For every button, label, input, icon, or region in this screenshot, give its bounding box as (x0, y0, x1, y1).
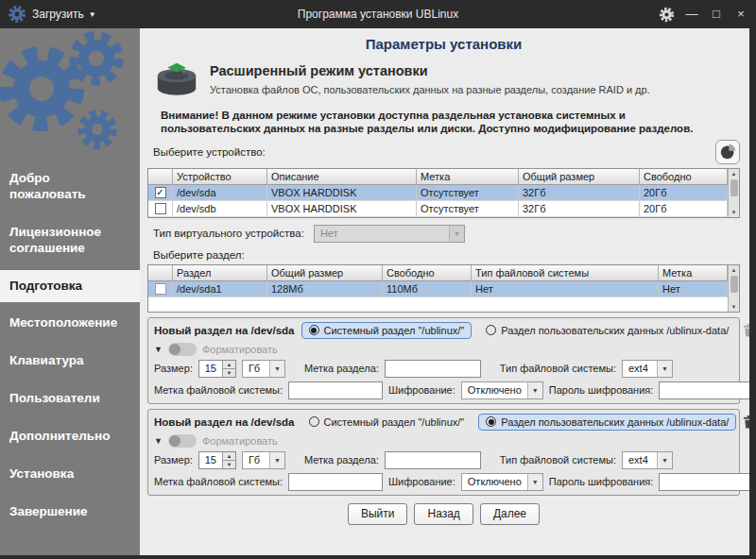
partition-table-empty-area (148, 297, 728, 312)
format-toggle[interactable] (168, 343, 197, 356)
partition-col-total: Общий размер (267, 265, 383, 281)
size-label: Размер: (154, 363, 193, 374)
scroll-up-icon[interactable]: ▲ (731, 169, 737, 178)
device-row-label[interactable]: Отсутствует (417, 201, 519, 217)
partition-col-label: Метка (659, 265, 728, 281)
format-label: Форматировать (202, 344, 278, 355)
close-button[interactable]: × (733, 7, 748, 22)
encryption-select[interactable]: Отключено ▼ (461, 381, 543, 399)
sidebar-item-license[interactable]: Лицензионное соглашение (0, 216, 140, 265)
partition-row-total[interactable]: 128Мб (267, 281, 383, 297)
fstype-select[interactable]: ext4 ▼ (622, 360, 673, 378)
partition-row-checkbox[interactable] (148, 281, 173, 297)
device-row-checkbox[interactable] (148, 201, 173, 217)
partition-row-free[interactable]: 110Мб (383, 281, 472, 297)
radio-system-partition[interactable]: Системный раздел "/ublinux/" (301, 322, 472, 339)
partition-row-name[interactable]: /dev/sda1 (173, 281, 267, 297)
scrollbar-thumb[interactable] (730, 276, 738, 293)
size-stepper[interactable]: 15 ▲▼ (198, 360, 236, 378)
partition-row-label[interactable]: Нет (659, 281, 728, 297)
scroll-down-icon[interactable]: ▼ (731, 208, 737, 217)
device-row-label[interactable]: Отсутствует (417, 185, 519, 201)
chevron-down-icon: ▼ (657, 361, 672, 377)
main-content: Параметры установки Расширенный режим ус… (140, 28, 749, 555)
radio-system-partition[interactable]: Системный раздел "/ublinux/" (301, 414, 472, 431)
disk-usage-chart-button[interactable] (715, 140, 740, 164)
radio-data-partition[interactable]: Раздел пользовательских данных /ublinux-… (478, 322, 736, 339)
next-button[interactable]: Далее (480, 503, 540, 525)
format-label: Форматировать (202, 435, 278, 447)
mode-header: Расширенный режим установки Установка фа… (153, 59, 742, 99)
footer-buttons: Выйти Назад Далее (146, 503, 742, 525)
encryption-password-input[interactable] (659, 473, 749, 491)
delete-partition-button[interactable] (743, 321, 749, 340)
collapse-panel-icon[interactable]: ▼ (154, 436, 163, 446)
mode-title: Расширенный режим установки (210, 63, 650, 78)
partition-col-fstype: Тип файловой системы (472, 265, 659, 281)
encryption-select[interactable]: Отключено ▼ (461, 473, 543, 491)
delete-partition-button[interactable] (743, 413, 749, 432)
load-button[interactable]: Загрузить ▼ (32, 8, 96, 21)
scrollbar-thumb[interactable] (730, 179, 738, 196)
partition-label-input[interactable] (385, 451, 481, 469)
device-row-device[interactable]: /dev/sda (173, 185, 267, 201)
sidebar-item-users[interactable]: Пользователи (0, 382, 140, 415)
load-button-label: Загрузить (32, 8, 84, 21)
exit-button[interactable]: Выйти (348, 503, 408, 525)
chevron-down-icon: ▼ (449, 226, 464, 242)
radio-unselected-icon (309, 416, 319, 427)
spin-up-icon[interactable]: ▲ (223, 452, 235, 461)
back-button[interactable]: Назад (414, 503, 472, 525)
sidebar-item-finish[interactable]: Завершение (0, 496, 140, 529)
sidebar-item-additional[interactable]: Дополнительно (0, 420, 140, 453)
device-table-scrollbar[interactable]: ▲ ▼ (728, 169, 739, 217)
scroll-down-icon[interactable]: ▼ (731, 302, 737, 312)
device-col-free: Свободно (640, 169, 728, 185)
radio-data-partition[interactable]: Раздел пользовательских данных /ublinux-… (478, 414, 736, 431)
sidebar-item-preparation[interactable]: Подготовка (0, 270, 140, 303)
spin-down-icon[interactable]: ▼ (223, 369, 235, 377)
minimize-button[interactable]: — (684, 7, 699, 22)
select-partition-label: Выберите раздел: (153, 249, 245, 261)
settings-gear-icon[interactable] (659, 7, 675, 23)
sidebar-item-installation[interactable]: Установка (0, 458, 140, 491)
fstype-select[interactable]: ext4 ▼ (622, 451, 673, 469)
sidebar-item-location[interactable]: Местоположение (0, 307, 140, 340)
spin-up-icon[interactable]: ▲ (223, 361, 235, 369)
new-partition-panel-data: Новый раздел на /dev/sda Системный разде… (147, 409, 740, 496)
checkbox-checked-icon[interactable]: ✓ (155, 187, 166, 198)
partition-label-input[interactable] (385, 360, 481, 378)
device-row-free[interactable]: 20Гб (640, 185, 728, 201)
partition-col-free: Свободно (383, 265, 472, 281)
device-row-checkbox[interactable]: ✓ (148, 185, 173, 201)
sidebar-item-keyboard[interactable]: Клавиатура (0, 345, 140, 378)
titlebar: Загрузить ▼ Программа установки UBLinux … (0, 0, 756, 28)
fs-label-input[interactable] (288, 473, 383, 491)
trash-icon (743, 415, 749, 429)
partition-row-fstype[interactable]: Нет (472, 281, 659, 297)
device-col-device: Устройство (173, 169, 267, 185)
fs-label-input[interactable] (288, 381, 383, 399)
device-row-device[interactable]: /dev/sdb (173, 201, 267, 217)
pie-chart-icon (720, 144, 736, 160)
encryption-password-input[interactable] (659, 381, 749, 399)
size-stepper[interactable]: 15 ▲▼ (198, 451, 236, 469)
format-toggle[interactable] (168, 434, 197, 448)
device-row-free[interactable]: 20Гб (640, 201, 728, 217)
scroll-up-icon[interactable]: ▲ (731, 265, 737, 275)
checkbox-unchecked-icon[interactable] (155, 203, 166, 214)
size-unit-select[interactable]: Гб ▼ (242, 360, 285, 378)
size-value: 15 (199, 452, 222, 468)
size-unit-select[interactable]: Гб ▼ (242, 451, 285, 469)
sidebar-item-welcome[interactable]: Добро пожаловать (0, 162, 140, 212)
checkbox-unchecked-icon[interactable] (155, 283, 166, 295)
spin-down-icon[interactable]: ▼ (223, 461, 235, 468)
collapse-panel-icon[interactable]: ▼ (154, 345, 163, 354)
device-row-description[interactable]: VBOX HARDDISK (267, 201, 417, 217)
maximize-button[interactable]: □ (709, 7, 724, 22)
partition-table-scrollbar[interactable]: ▲ ▼ (728, 265, 739, 312)
virtual-device-select[interactable]: Нет ▼ (314, 225, 465, 243)
device-row-total[interactable]: 32Гб (519, 201, 640, 217)
device-row-total[interactable]: 32Гб (519, 185, 640, 201)
device-row-description[interactable]: VBOX HARDDISK (267, 185, 417, 201)
